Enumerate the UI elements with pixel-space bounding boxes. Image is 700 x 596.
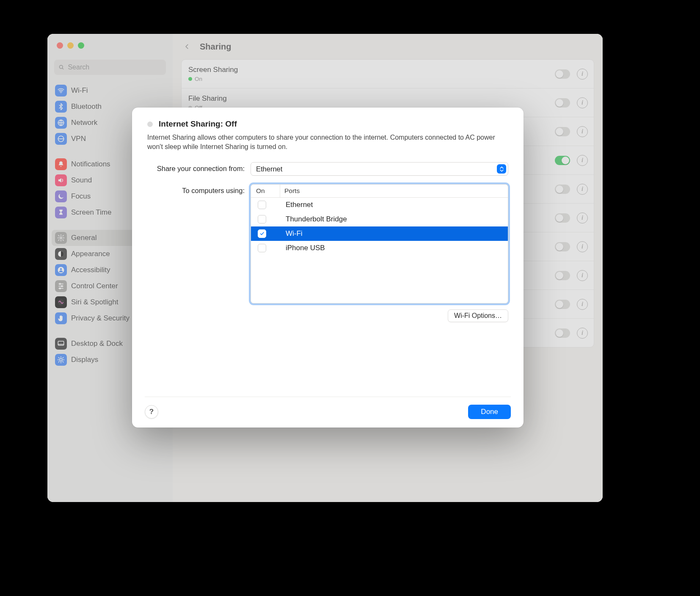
done-button[interactable]: Done bbox=[468, 405, 511, 419]
ports-table-header: On Ports bbox=[251, 185, 508, 198]
help-button[interactable]: ? bbox=[145, 405, 158, 419]
port-checkbox[interactable] bbox=[258, 229, 266, 238]
port-row[interactable]: iPhone USB bbox=[251, 241, 508, 255]
to-computers-using-label: To computers using: bbox=[147, 184, 245, 195]
port-checkbox[interactable] bbox=[258, 244, 266, 252]
share-from-value: Ethernet bbox=[256, 165, 282, 173]
status-dot-off-icon bbox=[147, 121, 153, 127]
wifi-options-button[interactable]: Wi-Fi Options… bbox=[448, 309, 508, 322]
sheet-description: Internet Sharing allows other computers … bbox=[145, 129, 511, 160]
port-name: Wi-Fi bbox=[281, 229, 508, 238]
port-name: Thunderbolt Bridge bbox=[281, 215, 508, 224]
port-row[interactable]: Ethernet bbox=[251, 198, 508, 212]
sheet-title: Internet Sharing: Off bbox=[159, 119, 237, 129]
column-on-header: On bbox=[251, 185, 280, 197]
port-row[interactable]: Wi-Fi bbox=[251, 226, 508, 241]
select-arrows-icon bbox=[497, 164, 506, 174]
port-name: Ethernet bbox=[281, 201, 508, 209]
port-row[interactable]: Thunderbolt Bridge bbox=[251, 212, 508, 226]
port-checkbox[interactable] bbox=[258, 201, 266, 209]
port-checkbox[interactable] bbox=[258, 215, 266, 224]
share-from-label: Share your connection from: bbox=[147, 162, 245, 173]
column-ports-header: Ports bbox=[280, 185, 508, 197]
share-from-select[interactable]: Ethernet bbox=[251, 162, 508, 176]
port-name: iPhone USB bbox=[281, 244, 508, 252]
ports-table[interactable]: On Ports EthernetThunderbolt BridgeWi-Fi… bbox=[251, 184, 508, 304]
internet-sharing-sheet: Internet Sharing: Off Internet Sharing a… bbox=[132, 108, 524, 428]
